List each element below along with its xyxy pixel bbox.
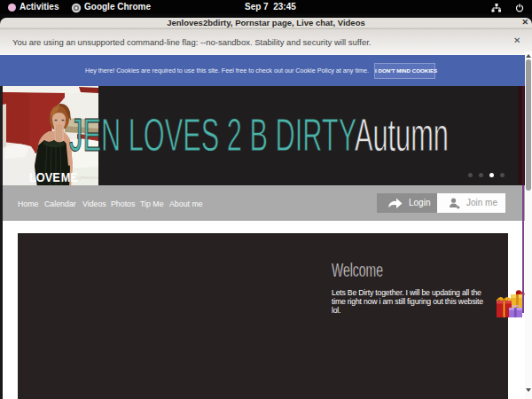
svg-text:myfreecams: myfreecams — [75, 175, 98, 180]
svg-text:LOVE ME: LOVE ME — [29, 169, 78, 184]
